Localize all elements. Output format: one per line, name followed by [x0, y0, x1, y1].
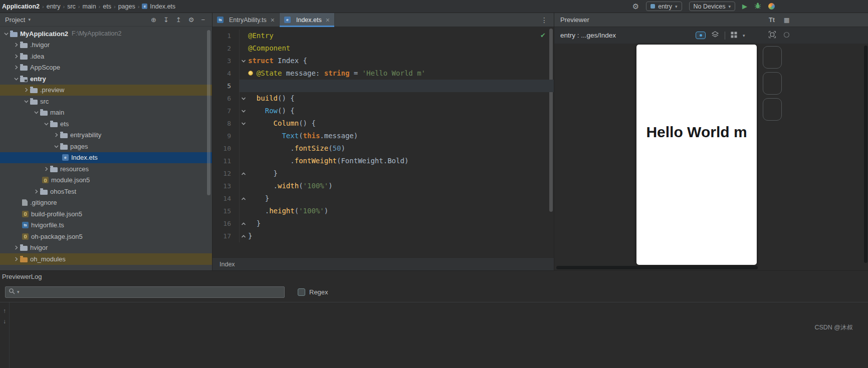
tree-item[interactable]: src	[0, 96, 212, 107]
code-line[interactable]: 5	[212, 80, 554, 92]
code-text[interactable]: @State message: string = 'Hello World m'	[248, 67, 554, 80]
chevron-down-icon[interactable]: ▾	[17, 289, 20, 294]
preview-tool-slot[interactable]	[763, 46, 782, 69]
expand-all-icon[interactable]: ↧	[163, 17, 169, 23]
chevron-down-icon[interactable]	[12, 75, 20, 83]
settings-gear-icon[interactable]: ⚙	[188, 17, 194, 23]
tree-item[interactable]: .preview	[0, 85, 212, 96]
profiler-button[interactable]	[768, 3, 775, 10]
code-text[interactable]: }	[248, 192, 554, 205]
chevron-down-icon[interactable]: ▾	[743, 33, 745, 38]
code-text[interactable]: }	[248, 230, 554, 242]
tree-item[interactable]: .hvigor	[0, 40, 212, 51]
editor-tab[interactable]: tsEntryAbility.ts×	[212, 13, 280, 27]
editor-breadcrumb-item[interactable]: Index	[220, 261, 235, 268]
tree-item[interactable]: eIndex.ets	[0, 152, 212, 164]
preview-tool-slot[interactable]	[763, 98, 782, 121]
arrow-down-icon[interactable]: ↓	[3, 318, 6, 325]
tree-item[interactable]: AppScope	[0, 62, 212, 74]
tree-item[interactable]: resources	[0, 163, 212, 175]
circle-tool-icon[interactable]	[783, 32, 790, 40]
tree-item[interactable]: entryability	[0, 130, 212, 141]
text-style-icon[interactable]: Tt	[769, 17, 775, 24]
log-output-area[interactable]: ↑ ↓ CSDN @沐叔	[0, 302, 868, 368]
debug-button[interactable]	[754, 2, 761, 11]
tree-item[interactable]: {}build-profile.json5	[0, 208, 212, 220]
fold-down-icon[interactable]	[240, 55, 248, 67]
collapse-all-icon[interactable]: ↥	[176, 17, 181, 23]
chevron-right-icon[interactable]	[12, 255, 20, 263]
fold-down-icon[interactable]	[240, 92, 248, 105]
close-icon[interactable]: ×	[326, 17, 330, 24]
breadcrumb-item[interactable]: Application2	[2, 3, 40, 10]
chevron-down-icon[interactable]	[2, 30, 10, 38]
locate-file-icon[interactable]: ⊕	[151, 17, 156, 23]
chevron-down-icon[interactable]	[22, 97, 30, 105]
fold-up-icon[interactable]	[240, 192, 248, 205]
fold-up-icon[interactable]	[240, 167, 248, 180]
code-line[interactable]: 14 }	[212, 192, 554, 205]
fold-down-icon[interactable]	[240, 117, 248, 130]
frame-crop-icon[interactable]	[769, 31, 776, 40]
layout-grid-icon[interactable]: ▦	[784, 16, 790, 24]
layers-icon[interactable]	[711, 31, 719, 40]
chevron-down-icon[interactable]: ▾	[28, 17, 31, 22]
regex-checkbox[interactable]	[298, 288, 305, 296]
code-line[interactable]: 2@Component	[212, 42, 554, 55]
code-text[interactable]: .fontSize(50)	[248, 142, 554, 155]
breadcrumb-item[interactable]: main	[83, 3, 96, 10]
arrow-up-icon[interactable]: ↑	[3, 307, 6, 314]
code-line[interactable]: 10 .fontSize(50)	[212, 142, 554, 155]
horizontal-scrollbar[interactable]	[556, 266, 758, 269]
code-line[interactable]: 4 @State message: string = 'Hello World …	[212, 67, 554, 80]
code-line[interactable]: 7 Row() {	[212, 105, 554, 117]
tool-window-title[interactable]: PreviewerLog	[0, 271, 868, 282]
tree-item[interactable]: entry	[0, 73, 212, 85]
breadcrumb-item[interactable]: pages	[118, 3, 135, 10]
code-text[interactable]: Row() {	[248, 105, 554, 117]
hide-panel-icon[interactable]: −	[201, 17, 205, 23]
code-line[interactable]: 6 build() {	[212, 92, 554, 105]
code-text[interactable]: struct Index {	[248, 55, 554, 67]
settings-gear-icon[interactable]: ⚙	[632, 3, 639, 10]
tree-item[interactable]: main	[0, 107, 212, 119]
vertical-scrollbar[interactable]	[207, 30, 210, 195]
code-line[interactable]: 17}	[212, 230, 554, 242]
tree-item[interactable]: ets	[0, 118, 212, 130]
chevron-right-icon[interactable]	[12, 41, 20, 49]
code-text[interactable]: }	[248, 217, 554, 230]
chevron-right-icon[interactable]	[22, 86, 30, 94]
code-line[interactable]: 1@Entry	[212, 30, 554, 42]
tree-item[interactable]: {}module.json5	[0, 175, 212, 186]
code-text[interactable]: @Component	[248, 42, 554, 55]
tree-item[interactable]: .gitignore	[0, 197, 212, 209]
code-line[interactable]: 3struct Index {	[212, 55, 554, 67]
code-editor[interactable]: ✔ 1@Entry2@Component3struct Index {4 @St…	[212, 27, 554, 257]
grid-view-icon[interactable]	[731, 32, 737, 40]
code-text[interactable]: Text(this.message)	[248, 130, 554, 142]
code-text[interactable]: .fontWeight(FontWeight.Bold)	[248, 155, 554, 167]
code-line[interactable]: 9 Text(this.message)	[212, 130, 554, 142]
code-text[interactable]: .width('100%')	[248, 180, 554, 192]
vertical-scrollbar[interactable]	[864, 46, 867, 263]
code-text[interactable]: build() {	[248, 92, 554, 105]
chevron-right-icon[interactable]	[32, 187, 40, 195]
tree-item[interactable]: {}oh-package.json5	[0, 231, 212, 242]
chevron-right-icon[interactable]	[12, 52, 20, 60]
tree-item[interactable]: MyApplication2F:\MyApplication2	[0, 28, 212, 40]
tree-item[interactable]: pages	[0, 141, 212, 152]
close-icon[interactable]: ×	[271, 17, 275, 24]
breadcrumb-item[interactable]: Index.ets	[150, 3, 175, 10]
fold-up-icon[interactable]	[240, 217, 248, 230]
module-selector[interactable]: entry ▾	[646, 2, 682, 11]
fold-up-icon[interactable]	[240, 230, 248, 242]
code-line[interactable]: 12 }	[212, 167, 554, 180]
device-selector[interactable]: No Devices ▾	[689, 2, 735, 11]
fold-down-icon[interactable]	[240, 105, 248, 117]
code-text[interactable]: Column() {	[248, 117, 554, 130]
chevron-right-icon[interactable]	[12, 244, 20, 252]
chevron-down-icon[interactable]	[52, 142, 60, 150]
tree-item[interactable]: .idea	[0, 51, 212, 62]
code-text[interactable]: .height('100%')	[248, 205, 554, 217]
tree-item[interactable]: tshvigorfile.ts	[0, 220, 212, 231]
